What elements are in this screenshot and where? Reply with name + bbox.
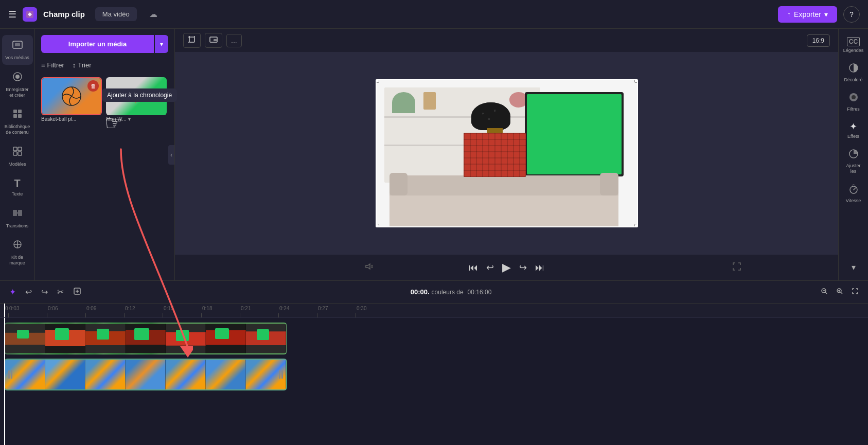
- help-button[interactable]: ?: [843, 6, 860, 23]
- pip-button[interactable]: [205, 33, 222, 48]
- ruler-mark-15: 0:15: [163, 304, 201, 317]
- undo-button[interactable]: ↩: [22, 285, 35, 299]
- svg-rect-19: [189, 37, 194, 42]
- svg-rect-7: [13, 114, 17, 118]
- sidebar-label-transitions: Transitions: [6, 223, 29, 229]
- track-row-greenscreen: [4, 322, 868, 355]
- svg-rect-9: [13, 147, 17, 151]
- sidebar-label-brand: Kit de marque: [4, 255, 31, 266]
- rs-item-effects[interactable]: ✦ Effets: [841, 117, 866, 144]
- resize-handle-br[interactable]: [634, 224, 638, 227]
- svg-rect-12: [18, 152, 22, 155]
- skip-to-end-button[interactable]: ⏭: [531, 260, 548, 275]
- filmstrip-greenscreen: [5, 324, 286, 353]
- track-right-handle: [279, 370, 283, 379]
- main-layout: Vos médias Enregistrer et créer Biblio: [0, 29, 868, 280]
- filter-sort-row: ≡ Filtrer ↕ Trier: [35, 59, 174, 73]
- svg-rect-10: [18, 147, 22, 151]
- rs-item-speed[interactable]: Vitesse: [841, 180, 866, 208]
- playhead-ruler: [4, 304, 5, 317]
- rs-item-decolor[interactable]: Décoloré: [841, 59, 866, 87]
- sort-icon: ↕: [73, 61, 76, 69]
- redo-button[interactable]: ↪: [38, 285, 51, 299]
- rs-item-adjust[interactable]: Ajuster les: [841, 145, 866, 179]
- basketball-thumb-label: Basket-ball pl...: [41, 116, 102, 122]
- resize-handle-tr[interactable]: [634, 79, 638, 83]
- menu-icon[interactable]: ☰: [8, 9, 16, 20]
- sidebar-label-templates: Modèles: [8, 162, 26, 167]
- track-basketball[interactable]: [4, 359, 287, 390]
- record-icon: [12, 71, 23, 85]
- timeline-ruler: 0 0:03 0:06 0:09 0:12: [0, 304, 868, 318]
- zoom-out-button[interactable]: [818, 287, 831, 297]
- media-grid: 🗑 Basket-ball pl... 🪑 Man W... ▾ Ajoute: [35, 73, 174, 122]
- collapse-panel-button[interactable]: ‹: [168, 145, 174, 165]
- speed-icon: [848, 184, 859, 197]
- aspect-ratio-button[interactable]: 16:9: [807, 34, 830, 47]
- effects-icon: ✦: [849, 121, 857, 132]
- bottom-section: ✦ ↩ ↪ ✂ 00:00. couleurs de 00:16:00: [0, 280, 868, 445]
- video-toolbar-right: 16:9: [807, 34, 830, 47]
- magic-tool-button[interactable]: ✦: [6, 285, 19, 299]
- expand-timeline-button[interactable]: [848, 287, 862, 297]
- crop-button[interactable]: [183, 33, 201, 48]
- man-watching-thumb-inner: 🪑: [106, 77, 167, 115]
- media-item-basketball[interactable]: 🗑 Basket-ball pl...: [41, 77, 102, 118]
- add-media-button[interactable]: [70, 285, 84, 299]
- rewind-button[interactable]: ↩: [482, 260, 498, 275]
- sidebar-item-text[interactable]: T Texte: [2, 173, 33, 201]
- rs-label-effects: Effets: [847, 134, 859, 139]
- rs-label-adjust: Ajuster les: [843, 163, 864, 174]
- topbar-right: ↑ Exporter ▾ ?: [778, 6, 860, 23]
- fast-forward-button[interactable]: ↪: [515, 260, 531, 275]
- mute-button[interactable]: [360, 260, 378, 275]
- sort-button[interactable]: ↕ Trier: [73, 61, 92, 69]
- import-button-area: Importer un média ▾: [35, 29, 174, 59]
- ruler-marks: 0 0:03 0:06 0:09 0:12: [0, 304, 394, 317]
- rs-item-captions[interactable]: CC Légendes: [841, 33, 866, 58]
- resize-handle-tl[interactable]: [376, 79, 379, 83]
- sidebar-item-library[interactable]: Bibliothèque de contenu: [2, 104, 33, 139]
- time-total: 00:16:00: [468, 289, 492, 296]
- media-item-man-watching[interactable]: 🪑 Man W... ▾: [106, 77, 167, 118]
- rs-expand-button[interactable]: ▾: [847, 258, 860, 276]
- import-dropdown-button[interactable]: ▾: [155, 35, 168, 53]
- thumb-dropdown-icon[interactable]: ▾: [128, 116, 131, 122]
- sidebar-item-media[interactable]: Vos médias: [2, 35, 33, 65]
- app-logo: [23, 7, 37, 22]
- brand-icon: [12, 239, 23, 253]
- media-icon: [12, 39, 23, 53]
- time-current: 00:00.: [411, 288, 430, 296]
- skip-to-start-button[interactable]: ⏮: [465, 260, 482, 275]
- ruler-mark-27: 0:27: [317, 304, 356, 317]
- fullscreen-button[interactable]: [728, 260, 746, 275]
- sidebar-item-templates[interactable]: Modèles: [2, 141, 33, 171]
- sidebar-label-media: Vos médias: [5, 55, 29, 61]
- filters-icon: [848, 92, 859, 105]
- more-options-button[interactable]: ...: [226, 34, 242, 47]
- ruler-mark-12: 0:12: [124, 304, 163, 317]
- resize-handle-bl[interactable]: [376, 224, 379, 227]
- track-greenscreen[interactable]: [4, 323, 287, 354]
- sidebar-item-record[interactable]: Enregistrer et créer: [2, 67, 33, 102]
- export-button[interactable]: ↑ Exporter ▾: [778, 6, 837, 23]
- zoom-in-button[interactable]: [833, 287, 846, 297]
- timeline-tracks: [0, 318, 868, 445]
- templates-icon: [12, 146, 23, 159]
- delete-media-icon[interactable]: 🗑: [87, 80, 99, 92]
- project-tab[interactable]: Ma vidéo: [95, 7, 137, 21]
- transitions-icon: [12, 207, 23, 221]
- sidebar-item-transitions[interactable]: Transitions: [2, 203, 33, 233]
- sidebar-label-library: Bibliothèque de contenu: [4, 124, 31, 135]
- cloud-icon: ☁: [149, 9, 157, 19]
- svg-rect-2: [15, 43, 20, 46]
- sidebar-item-brand[interactable]: Kit de marque: [2, 235, 33, 270]
- play-button[interactable]: ▶: [498, 259, 515, 276]
- rs-item-filters[interactable]: Filtres: [841, 88, 866, 116]
- cut-button[interactable]: ✂: [54, 285, 67, 299]
- preview-video[interactable]: ↻: [376, 79, 638, 227]
- filter-button[interactable]: ≡ Filtrer: [41, 61, 64, 69]
- import-media-button[interactable]: Importer un média: [41, 35, 154, 53]
- topbar: ☰ Champ clip Ma vidéo ☁ ↑ Exporter ▾ ?: [0, 0, 868, 29]
- filter-icon: ≡: [41, 61, 45, 69]
